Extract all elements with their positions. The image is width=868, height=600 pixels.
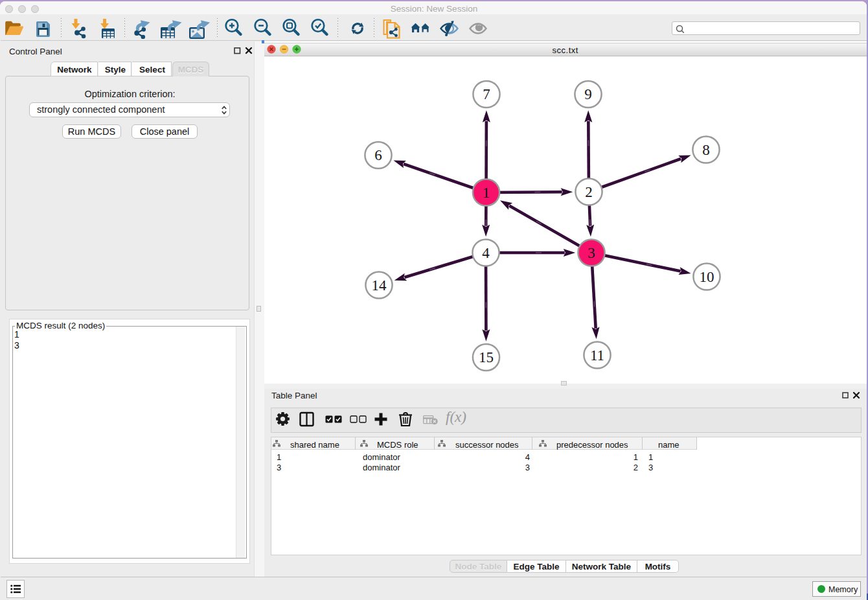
svg-text:8: 8 (702, 142, 710, 158)
svg-text:7: 7 (483, 86, 490, 102)
svg-text:11: 11 (590, 347, 604, 363)
svg-text:6: 6 (374, 147, 382, 163)
svg-text:1: 1 (483, 185, 490, 201)
svg-text:9: 9 (584, 86, 592, 102)
svg-text:2: 2 (585, 184, 593, 200)
svg-text:3: 3 (588, 245, 595, 261)
svg-text:14: 14 (372, 277, 387, 294)
svg-text:15: 15 (479, 349, 494, 365)
svg-text:4: 4 (482, 245, 490, 261)
svg-text:10: 10 (700, 269, 714, 285)
